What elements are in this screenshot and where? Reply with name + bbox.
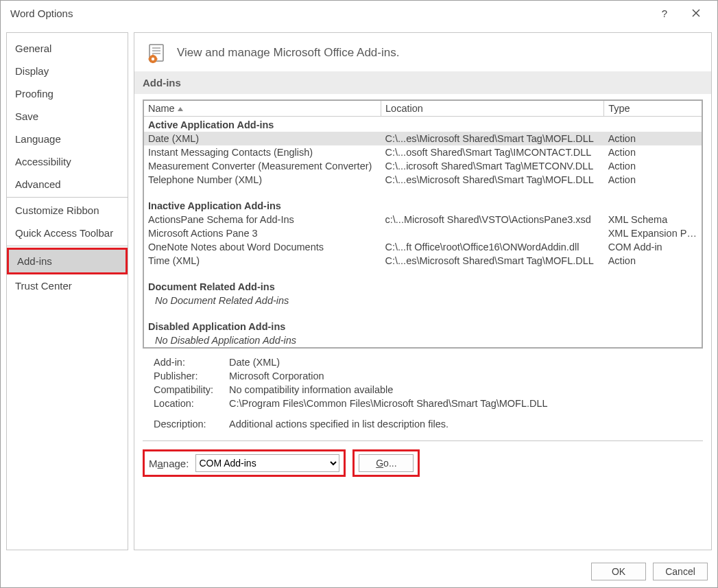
group-active: Active Application Add-ins [144,117,702,132]
close-icon [692,9,700,17]
sidebar-item-proofing[interactable]: Proofing [7,82,128,105]
sidebar-item-advanced[interactable]: Advanced [7,173,128,196]
sidebar-separator [7,197,128,198]
no-doc-addins: No Document Related Add-ins [144,294,702,307]
sidebar-item-trust-center[interactable]: Trust Center [7,274,128,297]
addin-details: Add-in:Date (XML) Publisher:Microsoft Co… [134,351,711,435]
table-row[interactable]: Telephone Number (XML)C:\...es\Microsoft… [144,173,702,187]
sidebar-separator [7,246,128,246]
sidebar-item-addins[interactable]: Add-ins [7,248,128,274]
sidebar-item-display[interactable]: Display [7,60,128,82]
content-panel: View and manage Microsoft Office Add-ins… [134,32,712,550]
no-disabled-addins: No Disabled Application Add-ins [144,333,702,347]
label-publisher: Publisher: [154,371,229,381]
table-row[interactable]: ActionsPane Schema for Add-Insc:\...Micr… [144,213,702,226]
sidebar: General Display Proofing Save Language A… [6,32,128,550]
table-row[interactable]: Date (XML)C:\...es\Microsoft Shared\Smar… [144,132,702,145]
addins-icon [147,43,167,63]
table-row[interactable]: OneNote Notes about Word DocumentsC:\...… [144,240,702,254]
manage-combo[interactable]: COM Add-ins [195,454,339,472]
addins-table-wrap: Name Location Type Active Application Ad… [143,99,703,349]
value-compat: No compatibility information available [229,384,393,395]
label-location: Location: [154,398,229,409]
manage-label: Manage: [149,458,189,469]
value-publisher: Microsoft Corporation [229,371,324,381]
sidebar-item-customize-ribbon[interactable]: Customize Ribbon [7,199,128,222]
window-title: Word Options [10,8,649,19]
sidebar-item-accessibility[interactable]: Accessibility [7,150,128,173]
cancel-button[interactable]: Cancel [653,563,708,580]
addins-table: Name Location Type Active Application Ad… [144,101,702,347]
sort-asc-icon [178,107,183,111]
heading-text: View and manage Microsoft Office Add-ins… [177,46,399,60]
table-row[interactable]: Microsoft Actions Pane 3XML Expansion Pa… [144,226,702,240]
table-row[interactable]: Instant Messaging Contacts (English)C:\.… [144,145,702,159]
group-document: Document Related Add-ins [144,279,702,294]
manage-row: Manage: COM Add-ins Go... [143,440,703,484]
table-row[interactable]: Measurement Converter (Measurement Conve… [144,159,702,173]
svg-rect-9 [156,58,158,60]
value-addin: Date (XML) [229,357,280,368]
group-inactive: Inactive Application Add-ins [144,198,702,213]
ok-button[interactable]: OK [591,563,646,580]
close-button[interactable] [680,3,712,23]
go-button[interactable]: Go... [359,454,414,472]
sidebar-item-quick-access-toolbar[interactable]: Quick Access Toolbar [7,222,128,244]
svg-rect-7 [152,62,154,64]
col-header-name[interactable]: Name [144,101,381,117]
label-description: Description: [154,419,229,430]
svg-rect-8 [149,58,151,60]
titlebar: Word Options ? [1,1,717,25]
svg-rect-6 [152,55,154,57]
label-addin: Add-in: [154,357,229,368]
sidebar-item-language[interactable]: Language [7,128,128,150]
col-header-type[interactable]: Type [604,101,702,117]
group-disabled: Disabled Application Add-ins [144,318,702,333]
sidebar-item-save[interactable]: Save [7,105,128,128]
table-row[interactable]: Time (XML)C:\...es\Microsoft Shared\Smar… [144,254,702,268]
value-description: Additional actions specified in list des… [229,419,448,430]
svg-point-5 [152,58,154,60]
word-options-dialog: Word Options ? General Display Proofing … [0,0,718,588]
dialog-footer: OK Cancel [1,556,717,587]
section-addins-label: Add-ins [134,71,711,94]
page-heading: View and manage Microsoft Office Add-ins… [134,33,711,71]
value-location: C:\Program Files\Common Files\Microsoft … [229,398,548,409]
col-header-location[interactable]: Location [381,101,604,117]
label-compat: Compatibility: [154,384,229,395]
help-button[interactable]: ? [649,3,680,23]
sidebar-item-general[interactable]: General [7,37,128,60]
